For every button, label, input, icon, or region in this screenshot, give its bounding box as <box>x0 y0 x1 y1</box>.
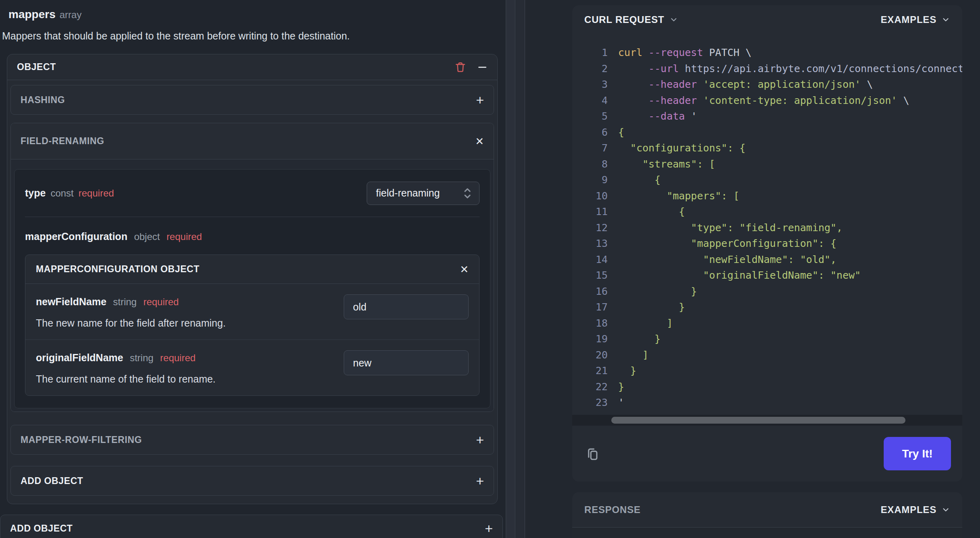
section-mapper-row-filtering[interactable]: MAPPER-ROW-FILTERING + <box>10 425 494 455</box>
line-number: 17 <box>572 299 608 315</box>
panel-divider <box>516 0 525 538</box>
line-number: 13 <box>572 236 608 252</box>
new-field-name-label: newFieldName <box>36 296 106 307</box>
section-hashing[interactable]: HASHING + <box>10 85 494 115</box>
mapper-configuration-kind: object <box>134 231 160 242</box>
code-line: 18 ] <box>572 315 962 331</box>
try-it-button[interactable]: Try It! <box>884 437 951 470</box>
chevron-down-icon <box>941 505 950 514</box>
expand-mapper-row-filtering-button[interactable]: + <box>476 433 484 447</box>
response-examples-dropdown[interactable]: EXAMPLES <box>881 504 950 515</box>
type-select[interactable]: field-renaming <box>367 182 480 205</box>
code-text: --url https://api.airbyte.com/v1/connect… <box>618 61 962 77</box>
original-field-name-info: originalFieldName string required The cu… <box>36 349 344 385</box>
trash-icon <box>454 61 467 73</box>
new-field-name-kind: string <box>113 296 137 307</box>
code-text: "type": "field-renaming", <box>618 220 843 236</box>
code-text: "mappers": [ <box>618 188 739 204</box>
code-line: 20 ] <box>572 347 962 363</box>
line-number: 6 <box>572 124 608 141</box>
code-text: { <box>618 172 660 188</box>
original-field-name-input[interactable] <box>344 350 469 375</box>
add-object-outer-button[interactable]: ADD OBJECT + <box>0 515 503 538</box>
code-line: 4 --header 'content-type: application/js… <box>572 93 962 109</box>
code-text: ] <box>618 315 673 331</box>
plus-icon: + <box>476 93 484 107</box>
copy-code-button[interactable] <box>583 445 601 463</box>
mapper-configuration-panel-title: MAPPERCONFIGURATION OBJECT <box>36 264 199 275</box>
chevron-down-icon <box>941 15 950 24</box>
line-number: 22 <box>572 379 608 395</box>
code-text: --header 'content-type: application/json… <box>618 93 909 109</box>
code-line: 8 "streams": [ <box>572 156 962 172</box>
code-text: } <box>618 283 697 300</box>
code-text: --data ' <box>618 108 697 124</box>
line-number: 19 <box>572 331 608 347</box>
line-number: 16 <box>572 283 608 300</box>
response-card-header: RESPONSE EXAMPLES <box>572 492 962 528</box>
add-object-inner-label: ADD OBJECT <box>21 476 83 486</box>
type-field-row: type const required field-renaming <box>25 170 480 217</box>
object-panel-title: OBJECT <box>17 62 56 72</box>
original-field-name-required-badge: required <box>160 352 195 363</box>
new-field-name-labels: newFieldName string required <box>36 296 344 308</box>
curl-request-card: CURL REQUEST EXAMPLES 1curl --request PA… <box>572 5 962 482</box>
expand-hashing-button[interactable]: + <box>476 93 484 107</box>
add-object-outer-plus[interactable]: + <box>485 521 493 535</box>
type-field-required-badge: required <box>79 188 114 199</box>
add-object-inner-plus[interactable]: + <box>476 474 484 488</box>
close-mapper-configuration-button[interactable]: ✕ <box>460 264 469 275</box>
plus-icon: + <box>476 474 484 488</box>
line-number: 4 <box>572 93 608 109</box>
scrollbar-thumb[interactable] <box>611 417 905 424</box>
add-object-inner-button[interactable]: ADD OBJECT + <box>10 466 494 496</box>
code-text: "streams": [ <box>618 156 715 172</box>
section-mapper-row-filtering-label: MAPPER-ROW-FILTERING <box>21 435 142 445</box>
new-field-name-info: newFieldName string required The new nam… <box>36 293 344 329</box>
original-field-name-labels: originalFieldName string required <box>36 352 344 364</box>
copy-icon <box>583 445 601 463</box>
code-line: 3 --header 'accept: application/json' \ <box>572 77 962 93</box>
plus-icon: + <box>485 521 493 535</box>
code-text: curl --request PATCH \ <box>618 45 752 61</box>
original-field-name-row: originalFieldName string required The cu… <box>25 339 479 395</box>
code-text: } <box>618 299 685 315</box>
line-number: 18 <box>572 315 608 331</box>
original-field-name-kind: string <box>130 352 154 363</box>
curl-examples-dropdown[interactable]: EXAMPLES <box>881 14 950 25</box>
collapse-object-button[interactable] <box>477 62 488 72</box>
delete-object-button[interactable] <box>454 61 467 73</box>
response-card-body <box>572 528 962 538</box>
panel-scrollbar-track[interactable] <box>506 0 515 538</box>
code-text: { <box>618 204 685 220</box>
code-line: 23' <box>572 395 962 411</box>
mapper-configuration-name: mapperConfiguration <box>25 231 127 242</box>
response-examples-label: EXAMPLES <box>881 504 936 515</box>
line-number: 8 <box>572 156 608 172</box>
line-number: 21 <box>572 363 608 379</box>
line-number: 12 <box>572 220 608 236</box>
line-number: 5 <box>572 108 608 124</box>
mapper-configuration-panel: MAPPERCONFIGURATION OBJECT ✕ newFieldNam… <box>25 255 480 396</box>
close-field-renaming-button[interactable]: ✕ <box>475 136 484 147</box>
type-field-kind: const <box>50 188 73 199</box>
code-line: 9 { <box>572 172 962 188</box>
code-line: 19 } <box>572 331 962 347</box>
field-renaming-header[interactable]: FIELD-RENAMING ✕ <box>11 123 494 159</box>
code-text: } <box>618 331 660 347</box>
close-icon: ✕ <box>460 264 469 275</box>
code-block: 1curl --request PATCH \2 --url https://a… <box>572 34 962 415</box>
code-line: 2 --url https://api.airbyte.com/v1/conne… <box>572 61 962 77</box>
add-object-outer-label: ADD OBJECT <box>10 523 73 534</box>
mapper-configuration-label-row: mapperConfiguration object required <box>25 217 480 255</box>
curl-request-title: CURL REQUEST <box>584 14 664 25</box>
code-line: 5 --data ' <box>572 108 962 124</box>
response-title: RESPONSE <box>584 504 641 515</box>
group-field-renaming: FIELD-RENAMING ✕ type const required fie… <box>10 123 494 412</box>
curl-request-dropdown[interactable]: CURL REQUEST <box>584 14 678 25</box>
new-field-name-input[interactable] <box>344 294 469 319</box>
code-text: } <box>618 379 624 395</box>
line-number: 14 <box>572 252 608 268</box>
curl-card-footer: Try It! <box>572 426 962 482</box>
plus-icon: + <box>476 433 484 447</box>
